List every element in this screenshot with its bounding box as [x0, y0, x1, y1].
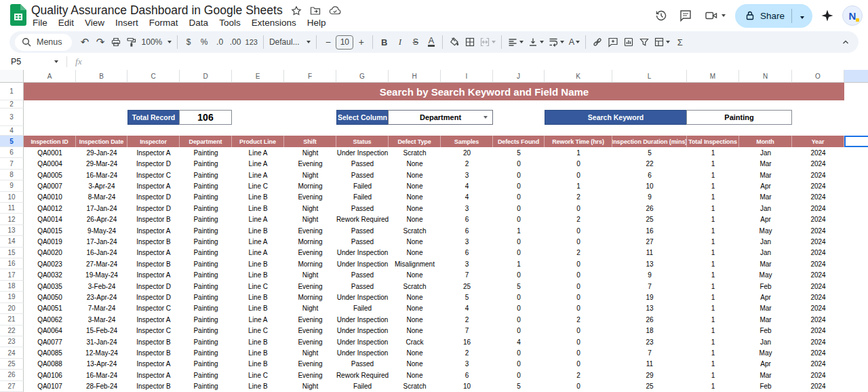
table-cell[interactable]: 0: [493, 303, 545, 314]
table-cell[interactable]: 3: [441, 170, 493, 180]
table-cell[interactable]: Inspector A: [127, 314, 180, 325]
table-cell[interactable]: 1: [687, 359, 739, 370]
table-cell[interactable]: None: [389, 359, 441, 370]
table-cell[interactable]: Inspector C: [127, 303, 180, 314]
column-header-i[interactable]: I: [441, 70, 493, 83]
table-cell[interactable]: 17-Jan-24: [76, 203, 127, 214]
column-header-k[interactable]: K: [545, 70, 612, 83]
table-cell[interactable]: Apr: [739, 180, 792, 191]
table-cell[interactable]: Painting: [180, 292, 232, 302]
search-keyword-value[interactable]: Painting: [686, 110, 792, 125]
table-cell[interactable]: Mar: [739, 303, 792, 314]
table-cell[interactable]: Painting: [180, 370, 232, 380]
table-cell[interactable]: 1: [687, 170, 739, 180]
table-cell[interactable]: Painting: [180, 326, 232, 336]
row-header-6[interactable]: 6: [0, 147, 24, 158]
table-cell[interactable]: 2: [545, 248, 612, 258]
table-cell[interactable]: 7: [441, 326, 493, 336]
table-cell[interactable]: 1: [687, 203, 739, 214]
merge-cells-button[interactable]: [477, 34, 498, 50]
table-cell[interactable]: Line A: [232, 314, 284, 325]
table-cell[interactable]: Passed: [336, 269, 389, 280]
table-cell[interactable]: 4: [441, 303, 493, 314]
table-cell[interactable]: 3: [441, 203, 493, 214]
table-cell[interactable]: 2024: [792, 236, 844, 247]
table-cell[interactable]: Passed: [336, 359, 389, 370]
table-cell[interactable]: 1: [687, 258, 739, 269]
table-cell[interactable]: Feb: [739, 281, 792, 292]
table-cell[interactable]: Evening: [284, 326, 336, 336]
row-header-16[interactable]: 16: [0, 258, 24, 269]
column-header-n[interactable]: N: [739, 70, 792, 83]
row-header-5[interactable]: 5: [0, 136, 24, 147]
table-cell[interactable]: 0: [493, 314, 545, 325]
table-cell[interactable]: 26: [612, 203, 687, 214]
table-cell[interactable]: 0: [493, 236, 545, 247]
table-column-header[interactable]: Status: [336, 136, 389, 147]
column-header-f[interactable]: F: [284, 70, 336, 83]
table-cell[interactable]: Scratch: [389, 381, 441, 392]
insert-link-button[interactable]: [589, 34, 605, 50]
table-cell[interactable]: 25: [441, 281, 493, 292]
table-cell[interactable]: QA0085: [24, 347, 76, 358]
table-cell[interactable]: Passed: [336, 203, 389, 214]
table-cell[interactable]: QA0004: [24, 158, 76, 169]
row-header-17[interactable]: 17: [0, 269, 24, 280]
table-cell[interactable]: 2024: [792, 281, 844, 292]
table-cell[interactable]: Inspector C: [127, 170, 180, 180]
create-filter-button[interactable]: [636, 34, 652, 50]
table-cell[interactable]: 25: [612, 381, 687, 392]
table-cell[interactable]: 6: [441, 225, 493, 236]
table-cell[interactable]: Painting: [180, 248, 232, 258]
row-header-10[interactable]: 10: [0, 192, 24, 203]
table-cell[interactable]: 2024: [792, 359, 844, 370]
table-cell[interactable]: Rework Required: [336, 370, 389, 380]
table-cell[interactable]: 2024: [792, 214, 844, 224]
document-title[interactable]: Quality Assurance Dashboard in Google Sh…: [31, 3, 283, 18]
table-cell[interactable]: Jan: [739, 147, 792, 158]
sum-functions-button[interactable]: Σ: [672, 34, 688, 50]
account-avatar[interactable]: N: [842, 5, 863, 26]
table-cell[interactable]: Inspector D: [127, 281, 180, 292]
table-cell[interactable]: 2: [545, 370, 612, 380]
table-cell[interactable]: 3: [441, 258, 493, 269]
table-cell[interactable]: Painting: [180, 214, 232, 224]
table-cell[interactable]: 0: [545, 203, 612, 214]
table-cell[interactable]: Painting: [180, 281, 232, 292]
table-cell[interactable]: 1: [687, 269, 739, 280]
table-cell[interactable]: 2024: [792, 303, 844, 314]
table-cell[interactable]: Line B: [232, 225, 284, 236]
table-cell[interactable]: QA0050: [24, 292, 76, 302]
redo-button[interactable]: ↷: [93, 34, 108, 50]
table-cell[interactable]: QA0005: [24, 170, 76, 180]
table-cell[interactable]: May: [739, 269, 792, 280]
currency-format-button[interactable]: $: [181, 34, 197, 50]
table-cell[interactable]: 0: [545, 347, 612, 358]
table-cell[interactable]: Painting: [180, 347, 232, 358]
table-column-header[interactable]: Total Inspections: [687, 136, 739, 147]
table-column-header[interactable]: Defect Type: [389, 136, 441, 147]
table-cell[interactable]: 12-May-24: [76, 347, 127, 358]
table-cell[interactable]: Inspector A: [127, 248, 180, 258]
table-cell[interactable]: Night: [284, 147, 336, 158]
table-cell[interactable]: 2024: [792, 192, 844, 203]
row-header-24[interactable]: 24: [0, 347, 24, 358]
row-header-25[interactable]: 25: [0, 359, 24, 370]
table-cell[interactable]: 0: [545, 303, 612, 314]
table-cell[interactable]: Under Inspection: [336, 147, 389, 158]
table-cell[interactable]: 3-Feb-24: [76, 281, 127, 292]
table-cell[interactable]: 4: [441, 192, 493, 203]
table-cell[interactable]: Painting: [180, 381, 232, 392]
table-cell[interactable]: Passed: [336, 236, 389, 247]
table-cell[interactable]: Under Inspection: [336, 336, 389, 347]
table-cell[interactable]: Scratch: [389, 225, 441, 236]
print-button[interactable]: [108, 34, 124, 50]
table-column-header[interactable]: Defects Found: [493, 136, 545, 147]
row-header-12[interactable]: 12: [0, 214, 24, 224]
table-cell[interactable]: 2: [441, 314, 493, 325]
table-cell[interactable]: 1: [687, 303, 739, 314]
table-cell[interactable]: None: [389, 314, 441, 325]
selected-cell-p5[interactable]: [844, 136, 868, 147]
table-cell[interactable]: Line C: [232, 180, 284, 191]
table-cell[interactable]: 6: [612, 170, 687, 180]
